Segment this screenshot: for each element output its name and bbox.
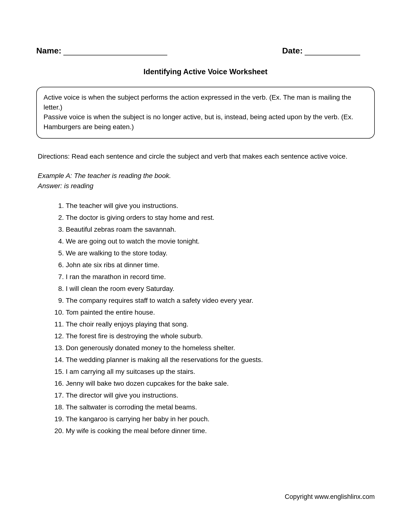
name-label: Name: (36, 46, 61, 55)
directions-text: Directions: Read each sentence and circl… (38, 152, 373, 162)
list-item: We are going out to watch the movie toni… (53, 235, 375, 247)
list-item: We are walking to the store today. (53, 247, 375, 259)
date-field-group: Date: (282, 46, 360, 55)
list-item: The forest fire is destroying the whole … (53, 330, 375, 342)
list-item: Beautiful zebras roam the savannah. (53, 223, 375, 235)
list-item: I am carrying all my suitcases up the st… (53, 366, 375, 378)
list-item: Jenny will bake two dozen cupcakes for t… (53, 378, 375, 389)
list-item: Tom painted the entire house. (53, 306, 375, 318)
list-item: I will clean the room every Saturday. (53, 283, 375, 294)
list-item: The wedding planner is making all the re… (53, 354, 375, 366)
name-field-group: Name: (36, 46, 167, 55)
instruction-line-2: Passive voice is when the subject is no … (44, 112, 367, 132)
list-item: The company requires staff to watch a sa… (53, 294, 375, 306)
list-item: The teacher will give you instructions. (53, 200, 375, 212)
list-item: John ate six ribs at dinner time. (53, 259, 375, 271)
list-item: The kangaroo is carrying her baby in her… (53, 413, 375, 425)
header-row: Name: Date: (36, 46, 375, 55)
name-input-line[interactable] (63, 47, 167, 55)
copyright-footer: Copyright www.englishlinx.com (285, 493, 375, 501)
list-item: The choir really enjoys playing that son… (53, 318, 375, 330)
list-item: The doctor is giving orders to stay home… (53, 212, 375, 223)
sentence-list: The teacher will give you instructions. … (53, 200, 375, 437)
example-block: Example A: The teacher is reading the bo… (38, 171, 373, 191)
list-item: I ran the marathon in record time. (53, 271, 375, 283)
list-item: Don generously donated money to the home… (53, 342, 375, 354)
date-input-line[interactable] (305, 47, 360, 55)
worksheet-title: Identifying Active Voice Worksheet (36, 67, 375, 76)
list-item: The saltwater is corroding the metal bea… (53, 401, 375, 413)
instruction-box: Active voice is when the subject perform… (36, 87, 375, 139)
example-line-2: Answer: is reading (38, 181, 373, 191)
date-label: Date: (282, 46, 303, 55)
list-item: The director will give you instructions. (53, 389, 375, 401)
worksheet-page: Name: Date: Identifying Active Voice Wor… (0, 0, 411, 532)
example-line-1: Example A: The teacher is reading the bo… (38, 171, 373, 181)
instruction-line-1: Active voice is when the subject perform… (44, 93, 367, 112)
list-item: My wife is cooking the meal before dinne… (53, 425, 375, 437)
